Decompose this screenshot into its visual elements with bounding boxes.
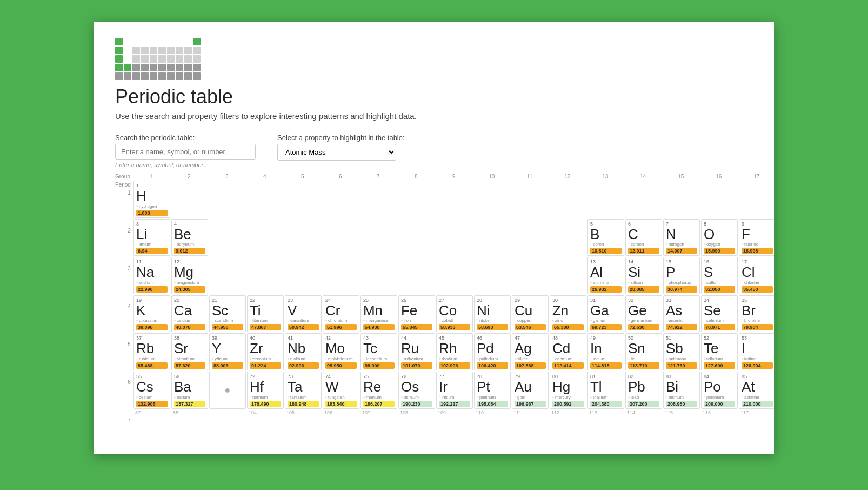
period-4-label: 4 bbox=[128, 302, 131, 339]
element-Tl[interactable]: 81 Tl thallium 204.380 bbox=[587, 372, 624, 409]
element-Zn[interactable]: 30 Zn zinc 65.380 bbox=[550, 295, 586, 333]
element-Ru[interactable]: 44 Ru ruthenium 101.070 bbox=[398, 333, 435, 370]
element-lanthanide-placeholder: ● bbox=[209, 372, 246, 409]
element-P[interactable]: 15 P phosphorus 30.974 bbox=[663, 257, 700, 294]
element-Po[interactable]: 84 Po polonium 209.000 bbox=[701, 372, 738, 409]
group-num-10: 10 bbox=[473, 174, 510, 180]
period-row-6: 55 Cs cesium 132.905 56 Ba barium 137.32… bbox=[133, 372, 774, 409]
element-Ag[interactable]: 47 Ag silver 107.868 bbox=[512, 333, 549, 370]
p7-num-114: 114 bbox=[625, 410, 662, 421]
property-label: Select a property to highlight in the ta… bbox=[277, 134, 405, 142]
element-Mg[interactable]: 12 Mg magnesium 24.305 bbox=[171, 257, 208, 294]
element-Cr[interactable]: 24 Cr chromium 51.996 bbox=[323, 295, 359, 333]
element-Se[interactable]: 34 Se selenium 78.971 bbox=[701, 295, 738, 333]
element-Zr[interactable]: 40 Zr zirconium 91.224 bbox=[247, 333, 284, 370]
element-Pt[interactable]: 78 Pt platinum 195.084 bbox=[474, 372, 511, 409]
element-Li[interactable]: 3 Li lithium 6.94 bbox=[133, 219, 170, 256]
group-label: Group bbox=[115, 174, 133, 180]
element-W[interactable]: 74 W tungsten 183.840 bbox=[323, 372, 359, 409]
element-Pd[interactable]: 46 Pd palladium 106.420 bbox=[474, 333, 511, 370]
element-Si[interactable]: 14 Si silicon 28.085 bbox=[625, 257, 662, 294]
element-Rb[interactable]: 37 Rb rubidium 85.468 bbox=[133, 333, 170, 370]
element-Re[interactable]: 75 Re rhenium 186.207 bbox=[360, 372, 397, 409]
element-N[interactable]: 7 N nitrogen 14.007 bbox=[663, 219, 700, 256]
element-Hf[interactable]: 72 Hf hafnium 178.490 bbox=[247, 372, 284, 409]
element-I[interactable]: 53 I iodine 126.904 bbox=[739, 333, 774, 370]
p7-num-87: 87 bbox=[133, 410, 170, 421]
search-input[interactable] bbox=[115, 144, 256, 160]
element-In[interactable]: 49 In indium 114.818 bbox=[587, 333, 624, 370]
controls-row: Search the periodic table: Enter a name,… bbox=[115, 134, 753, 168]
element-K[interactable]: 19 K potassium 39.098 bbox=[133, 295, 170, 333]
element-Ta[interactable]: 73 Ta tantalum 180.948 bbox=[285, 372, 322, 409]
element-O[interactable]: 8 O oxygen 15.999 bbox=[701, 219, 738, 256]
group-num-2: 2 bbox=[171, 174, 208, 180]
element-Cs[interactable]: 55 Cs cesium 132.905 bbox=[133, 372, 170, 409]
group-num-13: 13 bbox=[587, 174, 624, 180]
element-Mo[interactable]: 42 Mo molybdenum 95.950 bbox=[323, 333, 359, 370]
p7-num-88: 88 bbox=[171, 410, 208, 421]
element-Ba[interactable]: 56 Ba barium 137.327 bbox=[171, 372, 208, 409]
page-title: Periodic table bbox=[115, 85, 753, 108]
periodic-table: Group 1 2 3 4 5 6 7 8 9 10 11 12 13 14 1… bbox=[115, 174, 753, 427]
element-Tc[interactable]: 43 Tc technetium 98.000 bbox=[360, 333, 397, 370]
element-Co[interactable]: 27 Co cobalt 58.933 bbox=[436, 295, 473, 333]
group-num-15: 15 bbox=[663, 174, 699, 180]
element-Ir[interactable]: 77 Ir iridium 192.217 bbox=[436, 372, 473, 409]
page-container: Periodic table Use the search and proper… bbox=[94, 22, 774, 454]
element-F[interactable]: 9 F fluorine 18.998 bbox=[739, 219, 774, 256]
p7-num-108: 108 bbox=[398, 410, 435, 421]
element-S[interactable]: 16 S sulfur 32.060 bbox=[701, 257, 738, 294]
element-Os[interactable]: 76 Os osmium 190.230 bbox=[398, 372, 435, 409]
element-H[interactable]: 1 H hydrogen 1.008 bbox=[133, 181, 170, 218]
p7-num-111: 111 bbox=[512, 410, 549, 421]
element-Sn[interactable]: 50 Sn tin 118.710 bbox=[625, 333, 662, 370]
element-V[interactable]: 23 V vanadium 50.942 bbox=[285, 295, 322, 333]
element-Ni[interactable]: 28 Ni nickel 58.693 bbox=[474, 295, 511, 333]
element-Cl[interactable]: 17 Cl chlorine 35.450 bbox=[739, 257, 774, 294]
element-At[interactable]: 85 At astatine 210.000 bbox=[739, 372, 774, 409]
element-Fe[interactable]: 26 Fe iron 55.845 bbox=[398, 295, 435, 333]
el-symbol-H: H bbox=[136, 188, 168, 204]
element-Hg[interactable]: 80 Hg mercury 200.592 bbox=[550, 372, 586, 409]
element-Y[interactable]: 39 Y yttrium 88.906 bbox=[209, 333, 246, 370]
element-Sc[interactable]: 21 Sc scandium 44.956 bbox=[209, 295, 246, 333]
property-area: Select a property to highlight in the ta… bbox=[277, 134, 405, 161]
element-Cu[interactable]: 29 Cu copper 63.546 bbox=[512, 295, 549, 333]
element-C[interactable]: 6 C carbon 12.011 bbox=[625, 219, 662, 256]
element-Sb[interactable]: 51 Sb antimony 121.760 bbox=[663, 333, 700, 370]
page-subtitle: Use the search and property filters to e… bbox=[115, 111, 753, 121]
element-Te[interactable]: 52 Te tellurium 127.600 bbox=[701, 333, 738, 370]
element-Ge[interactable]: 32 Ge germanium 72.630 bbox=[625, 295, 662, 333]
element-Ca[interactable]: 20 Ca calcium 40.078 bbox=[171, 295, 208, 333]
property-select[interactable]: Atomic Mass Atomic Number Electronegativ… bbox=[277, 144, 396, 161]
element-Be[interactable]: 4 Be beryllium 9.012 bbox=[171, 219, 208, 256]
element-Mn[interactable]: 25 Mn manganese 54.938 bbox=[360, 295, 397, 333]
p7-num-106: 106 bbox=[323, 410, 359, 421]
element-Ti[interactable]: 22 Ti titanium 47.867 bbox=[247, 295, 284, 333]
p7-num-113: 113 bbox=[587, 410, 624, 421]
element-Pb[interactable]: 82 Pb lead 207.200 bbox=[625, 372, 662, 409]
element-Sr[interactable]: 38 Sr strontium 87.620 bbox=[171, 333, 208, 370]
element-Bi[interactable]: 83 Bi bismuth 208.980 bbox=[663, 372, 700, 409]
period-7-label: 7 bbox=[128, 416, 131, 427]
p7-num-115: 115 bbox=[663, 410, 700, 421]
group-num-12: 12 bbox=[549, 174, 586, 180]
element-Al[interactable]: 13 Al aluminum 26.982 bbox=[587, 257, 624, 294]
period-6-label: 6 bbox=[128, 378, 131, 415]
group-num-8: 8 bbox=[398, 174, 435, 180]
group-num-17: 17 bbox=[738, 174, 774, 180]
element-Rh[interactable]: 45 Rh rhodium 102.906 bbox=[436, 333, 473, 370]
element-B[interactable]: 5 B boron 10.810 bbox=[587, 219, 624, 256]
group-num-9: 9 bbox=[436, 174, 472, 180]
element-Au[interactable]: 79 Au gold 196.967 bbox=[512, 372, 549, 409]
p7-num-109: 109 bbox=[436, 410, 473, 421]
element-Nb[interactable]: 41 Nb niobium 92.906 bbox=[285, 333, 322, 370]
period-row-1: 1 H hydrogen 1.008 bbox=[133, 181, 774, 218]
element-As[interactable]: 33 As arsenic 74.922 bbox=[663, 295, 700, 333]
element-Na[interactable]: 11 Na sodium 22.990 bbox=[133, 257, 170, 294]
element-Br[interactable]: 35 Br bromine 79.904 bbox=[739, 295, 774, 333]
element-Ga[interactable]: 31 Ga gallium 69.723 bbox=[587, 295, 624, 333]
element-Cd[interactable]: 48 Cd cadmium 112.414 bbox=[550, 333, 586, 370]
p7-num-107: 107 bbox=[360, 410, 397, 421]
